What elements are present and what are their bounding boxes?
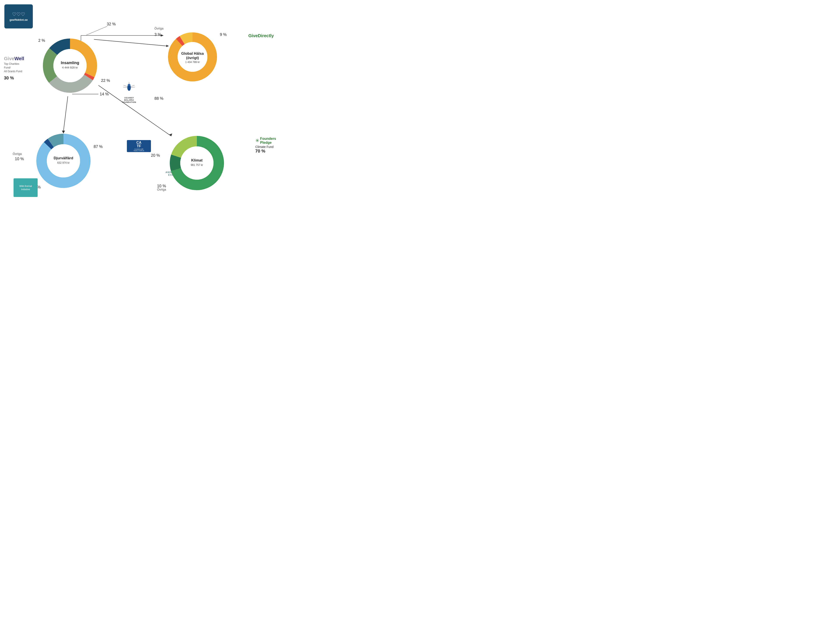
gh-9pct: 9 %: [220, 32, 227, 37]
gh-88pct: 88 %: [155, 96, 163, 101]
givewell-sub: Top CharitiesFund/All Grants Fund: [4, 62, 22, 73]
founders-pledge-label: FoundersPledge: [260, 137, 276, 145]
dj-87pct: 87 %: [94, 144, 103, 149]
founders-climate-label: Climate Fund: [255, 145, 276, 149]
gh-3pct: 3 %: [155, 32, 161, 37]
svg-point-42: [180, 146, 213, 180]
insamling-14pct: 14 %: [100, 92, 109, 96]
givewell-pct: 30 %: [4, 76, 14, 81]
svg-text:981 757 kr: 981 757 kr: [191, 163, 203, 166]
svg-text:(övrigt): (övrigt): [186, 56, 199, 60]
insamling-chart: Insamling 4 444 928 kr: [38, 34, 102, 98]
svg-line-10: [87, 26, 107, 35]
svg-line-26: [123, 85, 127, 87]
svg-text:632 974 kr: 632 974 kr: [57, 161, 70, 164]
gh-ovriga: Övriga: [155, 27, 163, 30]
givedirectly-label: GiveDirectly: [248, 33, 274, 38]
founders-star: ✳: [255, 138, 259, 144]
wai-box: Wild Animal Initiative: [14, 179, 38, 197]
geeffektivt-logo: ♡♡♡ geeffektivt.se: [5, 5, 33, 28]
wai-text: Wild Animal Initiative: [15, 185, 36, 191]
main-diagram: ♡♡♡ geeffektivt.se Insamling 4 444 928 k…: [0, 0, 280, 210]
amf-area: AGAINSTMALARIAFOUNDATION: [122, 81, 137, 103]
catf-20pct: 20 %: [151, 153, 160, 158]
svg-line-5: [63, 96, 68, 131]
svg-line-28: [123, 87, 127, 87]
svg-text:Djurvälfärd: Djurvälfärd: [54, 156, 73, 160]
svg-point-16: [54, 49, 87, 82]
svg-point-34: [47, 144, 80, 177]
svg-line-27: [131, 85, 134, 87]
givewell-label: GiveWell: [4, 56, 24, 62]
founders-pledge-area: ✳ FoundersPledge Climate Fund 70 %: [255, 137, 276, 153]
kl-10pct: 10 %: [157, 184, 166, 188]
svg-line-0: [94, 40, 166, 46]
givewell-give: Give: [4, 56, 14, 61]
dj-10pct: 10 %: [15, 157, 24, 161]
insamling-2pct: 2 %: [38, 38, 45, 43]
insamling-32pct: 32 %: [107, 22, 116, 27]
svg-line-29: [131, 87, 135, 87]
global-halsa-chart: Global Hälsa (övrigt) 1 434 789 kr: [164, 28, 221, 86]
catf-ca: CA: [136, 141, 141, 144]
amf-label: AGAINSTMALARIAFOUNDATION: [122, 97, 136, 103]
catf-tf: TF: [137, 144, 141, 148]
svg-point-30: [128, 84, 130, 86]
catf-sub: CLEAN AIRTASK FORCE: [133, 149, 144, 152]
insamling-amount: 4 444 928 kr: [62, 66, 78, 69]
insamling-title: Insamling: [61, 61, 79, 65]
djurvalfard-chart: Djurvälfärd 632 974 kr: [33, 130, 94, 192]
svg-text:Global Hälsa: Global Hälsa: [182, 51, 204, 55]
catf-box: CA TF CLEAN AIRTASK FORCE: [127, 140, 151, 152]
klimat-chart: Klimat 981 757 kr: [166, 133, 227, 194]
givewell-well: Well: [14, 56, 24, 61]
founders-pct: 70 %: [255, 149, 276, 153]
insamling-22pct: 22 %: [101, 78, 110, 83]
logo-hearts: ♡♡♡: [12, 12, 25, 17]
dj-ovriga: Övriga: [13, 152, 22, 156]
svg-text:Klimat: Klimat: [191, 158, 202, 163]
svg-text:1 434 789 kr: 1 434 789 kr: [185, 61, 200, 64]
logo-domain: geeffektivt.se: [9, 18, 28, 21]
